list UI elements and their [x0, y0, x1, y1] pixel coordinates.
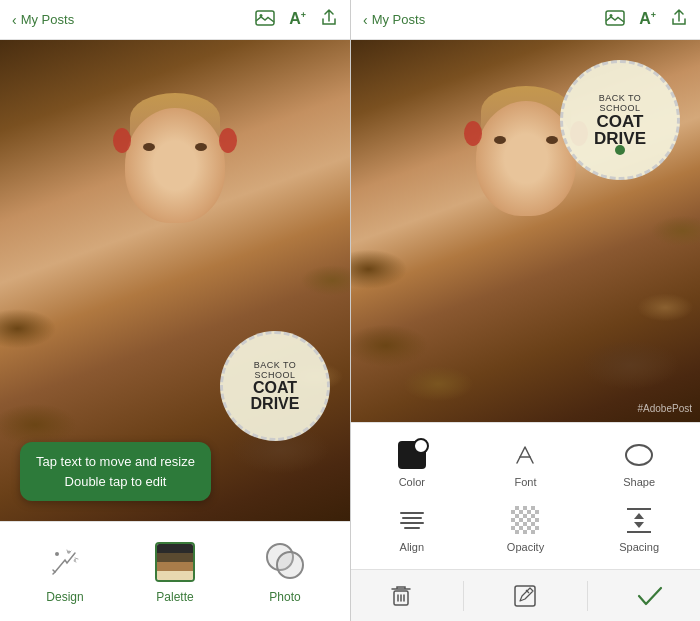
- design-tool[interactable]: Design: [43, 540, 87, 604]
- font-label: Font: [514, 476, 536, 488]
- palette-layer-light: [157, 571, 193, 580]
- palette-tool[interactable]: Palette: [153, 540, 197, 604]
- action-divider-2: [587, 581, 588, 611]
- action-bar: [351, 569, 700, 621]
- spacing-arrow-down: [634, 522, 644, 528]
- opacity-checkerboard-icon: [511, 506, 539, 534]
- opacity-icon-container: [509, 504, 541, 536]
- shape-tool[interactable]: Shape: [582, 431, 696, 496]
- right-back-label: My Posts: [372, 12, 425, 27]
- badge-line1-left: BACK TO: [254, 360, 297, 370]
- palette-label: Palette: [156, 590, 193, 604]
- right-top-bar-right: A+: [605, 9, 688, 31]
- right-text-icon[interactable]: A+: [639, 10, 656, 28]
- badge-line1-right: BACK TO: [599, 93, 642, 103]
- right-bottom-toolbar: Color Font Shape: [351, 422, 700, 621]
- photo-circle-2: [276, 551, 304, 579]
- edit-button[interactable]: [507, 578, 543, 614]
- shape-oval-icon: [625, 444, 653, 466]
- tooltip-line1: Tap text to move and resize: [36, 452, 195, 472]
- shape-label: Shape: [623, 476, 655, 488]
- right-image-icon[interactable]: [605, 10, 625, 30]
- spacing-tool[interactable]: Spacing: [582, 496, 696, 561]
- left-photo-background: BACK TO SCHOOL COAT DRIVE Tap text to mo…: [0, 40, 350, 521]
- color-icon: [396, 439, 428, 471]
- right-chevron-icon: ‹: [363, 12, 368, 28]
- watermark: #AdobePost: [638, 403, 693, 414]
- align-lines-icon: [400, 512, 424, 529]
- svg-point-2: [55, 552, 59, 556]
- color-tool[interactable]: Color: [355, 431, 469, 496]
- left-text-icon[interactable]: A+: [289, 10, 306, 28]
- spacing-top-line: [627, 508, 651, 510]
- tooltip-line2: Double tap to edit: [36, 472, 195, 492]
- font-tool[interactable]: Font: [469, 431, 583, 496]
- align-line-1: [400, 512, 424, 514]
- left-text-badge[interactable]: BACK TO SCHOOL COAT DRIVE: [220, 331, 330, 441]
- left-image-area[interactable]: BACK TO SCHOOL COAT DRIVE Tap text to mo…: [0, 40, 350, 521]
- opacity-tool[interactable]: Opacity: [469, 496, 583, 561]
- left-share-icon[interactable]: [320, 9, 338, 31]
- design-icon: [43, 540, 87, 584]
- spacing-arrow-up: [634, 513, 644, 519]
- palette-layer-tan: [157, 562, 193, 571]
- left-chevron-icon: ‹: [12, 12, 17, 28]
- right-share-icon[interactable]: [670, 9, 688, 31]
- confirm-button[interactable]: [632, 578, 668, 614]
- action-divider-1: [463, 581, 464, 611]
- badge-line3-left: COAT: [253, 380, 297, 396]
- left-bottom-toolbar: Design Palette Photo: [0, 521, 350, 621]
- toolbar-grid: Color Font Shape: [351, 423, 700, 569]
- align-label: Align: [400, 541, 424, 553]
- left-panel: ‹ My Posts A+: [0, 0, 350, 621]
- color-square-icon: [398, 441, 426, 469]
- opacity-label: Opacity: [507, 541, 544, 553]
- right-photo-background: BACK TO SCHOOL COAT DRIVE #AdobePost: [351, 40, 700, 422]
- shape-icon: [623, 439, 655, 471]
- right-image-area[interactable]: BACK TO SCHOOL COAT DRIVE #AdobePost: [351, 40, 700, 422]
- photo-icon: [263, 540, 307, 584]
- palette-layer-dark: [157, 544, 193, 553]
- left-top-bar-right: A+: [255, 9, 338, 31]
- align-icon-container: [396, 504, 428, 536]
- align-tool[interactable]: Align: [355, 496, 469, 561]
- photo-tool[interactable]: Photo: [263, 540, 307, 604]
- badge-line3-right: COAT: [597, 113, 644, 130]
- tooltip: Tap text to move and resize Double tap t…: [20, 442, 211, 501]
- color-label: Color: [399, 476, 425, 488]
- spacing-arrows-icon: [627, 508, 651, 533]
- right-panel: ‹ My Posts A+: [350, 0, 700, 621]
- photo-label: Photo: [269, 590, 300, 604]
- spacing-icon-container: [623, 504, 655, 536]
- svg-rect-8: [515, 586, 535, 606]
- left-image-icon[interactable]: [255, 10, 275, 30]
- right-top-bar: ‹ My Posts A+: [351, 0, 700, 40]
- left-back-button[interactable]: ‹ My Posts: [12, 12, 74, 28]
- font-icon: [509, 439, 541, 471]
- spacing-label: Spacing: [619, 541, 659, 553]
- align-line-3: [400, 522, 424, 524]
- left-back-label: My Posts: [21, 12, 74, 27]
- palette-icon: [153, 540, 197, 584]
- palette-layer-brown: [157, 553, 193, 562]
- badge-line4-left: DRIVE: [251, 396, 300, 412]
- right-text-badge[interactable]: BACK TO SCHOOL COAT DRIVE: [560, 60, 680, 180]
- align-line-4: [404, 527, 420, 529]
- dot-indicator: [615, 145, 625, 155]
- design-label: Design: [46, 590, 83, 604]
- delete-button[interactable]: [383, 578, 419, 614]
- right-back-button[interactable]: ‹ My Posts: [363, 12, 425, 28]
- spacing-bottom-line: [627, 531, 651, 533]
- align-line-2: [402, 517, 422, 519]
- left-top-bar: ‹ My Posts A+: [0, 0, 350, 40]
